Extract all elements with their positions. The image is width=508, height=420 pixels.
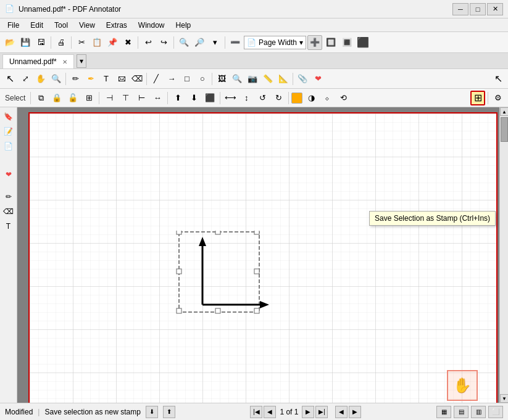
sidebar-text[interactable]: T [2,220,15,233]
new-button[interactable]: 📂 [2,35,17,50]
pan-tool[interactable]: ✋ [33,72,48,86]
sel-group-btn[interactable]: ⊞ [81,91,96,105]
menu-tool[interactable]: Tool [49,20,73,31]
redo-button[interactable]: ↪ [156,35,171,50]
stamp-tool[interactable]: 🖂 [114,72,129,86]
view2-button[interactable]: ▤ [454,406,468,418]
add-button[interactable]: ➕ [307,35,322,50]
arrow-tool[interactable]: → [164,72,179,86]
delete-button[interactable]: ✖ [120,35,135,50]
sel-flip2-btn[interactable]: ↕ [239,91,254,105]
search-arrow[interactable]: ▾ [207,35,222,50]
sidebar-pages[interactable]: 📄 [2,139,15,153]
zoom-in-button[interactable]: 🔲 [323,35,338,50]
view4-button[interactable]: ⬜ [488,406,503,418]
menu-help[interactable]: Help [171,20,196,31]
print-button[interactable]: 🖨 [54,35,69,50]
sidebar-eraser[interactable]: ⌫ [2,205,15,218]
sel-rotate1-btn[interactable]: ↺ [255,91,270,105]
text-tool[interactable]: T [99,72,114,86]
zoom4-button[interactable]: ⬛ [356,35,370,50]
sel-align2-btn[interactable]: ⊤ [118,91,133,105]
save2-button[interactable]: 🖫 [33,35,48,50]
menu-extras[interactable]: Extras [101,20,132,31]
like-tool[interactable]: ❤ [310,72,325,86]
sidebar-bookmark[interactable]: 🔖 [2,110,15,123]
sel-flip1-btn[interactable]: ⟷ [223,91,238,105]
sidebar-heart[interactable]: ❤ [2,168,15,181]
rect-tool[interactable]: □ [180,72,194,86]
select-tool[interactable]: ↖ [2,72,17,86]
line-tool[interactable]: ╱ [149,72,164,86]
cursor-tool[interactable]: ↖ [491,72,506,86]
menu-window[interactable]: Window [133,20,170,31]
sel-order2-btn[interactable]: ⬇ [186,91,201,105]
close-button[interactable]: ✕ [487,3,503,15]
save-button[interactable]: 💾 [18,35,33,50]
scroll-track[interactable] [500,116,508,394]
active-tab[interactable]: Unnamed.pdf* ✕ [2,54,74,68]
view1-button[interactable]: ▦ [436,406,451,418]
paste-button[interactable]: 📌 [105,35,120,50]
highlight-tool[interactable]: ✒ [83,72,98,86]
image-tool[interactable]: 🖼 [214,72,229,86]
minimize-button[interactable]: ─ [452,3,468,15]
zoom3-button[interactable]: 🔳 [339,35,354,50]
menu-view[interactable]: View [74,20,100,31]
search-button[interactable]: 🔍 [177,35,191,50]
flip3-btn[interactable]: ⟲ [336,91,351,105]
magnify-tool[interactable]: 🔍 [49,72,64,86]
measure2-tool[interactable]: 📐 [276,72,291,86]
undo-button[interactable]: ↩ [141,35,156,50]
nav-prev-button[interactable]: ◀ [264,406,276,418]
copy-button[interactable]: 📋 [90,35,104,50]
scroll-down-button[interactable]: ▼ [500,394,508,403]
sel-lock-btn[interactable]: 🔒 [49,91,64,105]
sel-copy-btn[interactable]: ⧉ [33,91,48,105]
sel-distribute-btn[interactable]: ↔ [150,91,165,105]
color2-btn[interactable]: ⬦ [320,91,335,105]
zoom-out-button[interactable]: ➖ [228,35,243,50]
import-button[interactable]: ⬆ [163,406,175,418]
maximize-button[interactable]: □ [470,3,486,15]
pen-tool[interactable]: ✏ [68,72,83,86]
nav-first-button[interactable]: |◀ [250,406,262,418]
sel-unlock-btn[interactable]: 🔓 [65,91,80,105]
nav-forward-button[interactable]: ▶ [349,406,361,418]
select2-tool[interactable]: ⤢ [18,72,33,86]
scroll-up-button[interactable]: ▲ [500,107,508,116]
snapshot-tool[interactable]: 📷 [245,72,260,86]
menu-edit[interactable]: Edit [25,20,48,31]
circle-tool[interactable]: ○ [195,72,210,86]
properties-btn[interactable]: ⚙ [491,91,506,105]
sel-rotate2-btn[interactable]: ↻ [271,91,286,105]
sel-align3-btn[interactable]: ⊢ [134,91,149,105]
opacity-btn[interactable]: ◑ [304,91,319,105]
sidebar-pen[interactable]: ✏ [2,190,15,204]
tab-close-button[interactable]: ✕ [62,59,67,65]
sel-align1-btn[interactable]: ⊣ [102,91,117,105]
tab-dropdown-button[interactable]: ▾ [77,54,86,68]
sel-order1-btn[interactable]: ⬆ [170,91,185,105]
eraser-tool[interactable]: ⌫ [130,72,144,86]
color1-btn[interactable] [291,93,302,104]
sel-order3-btn[interactable]: ⬛ [202,91,217,105]
undo-tools: ↩ ↪ [141,35,171,50]
search-ann-tool[interactable]: 🔍 [230,72,244,86]
right-scrollbar[interactable]: ▲ ▼ [499,107,508,403]
content-area[interactable]: ✋ Save Selection as Stamp (Ctrl+Ins) ▲ ▼ [17,107,508,403]
export-button[interactable]: ⬇ [146,406,158,418]
view3-button[interactable]: ▥ [471,406,486,418]
measure-tool[interactable]: 📏 [260,72,275,86]
page-width-dropdown[interactable]: 📄 Page Width ▾ [244,36,306,49]
nav-back-button[interactable]: ◀ [335,406,348,418]
menu-file[interactable]: File [2,20,24,31]
nav-next-button[interactable]: ▶ [302,406,314,418]
attach-tool[interactable]: 📎 [295,72,310,86]
save-selection-as-stamp-button[interactable]: ⊞ [470,91,485,105]
cut-button[interactable]: ✂ [74,35,89,50]
scroll-thumb[interactable] [501,117,508,142]
nav-last-button[interactable]: ▶| [315,406,328,418]
search2-button[interactable]: 🔎 [192,35,207,50]
sidebar-annot[interactable]: 📝 [2,125,15,138]
